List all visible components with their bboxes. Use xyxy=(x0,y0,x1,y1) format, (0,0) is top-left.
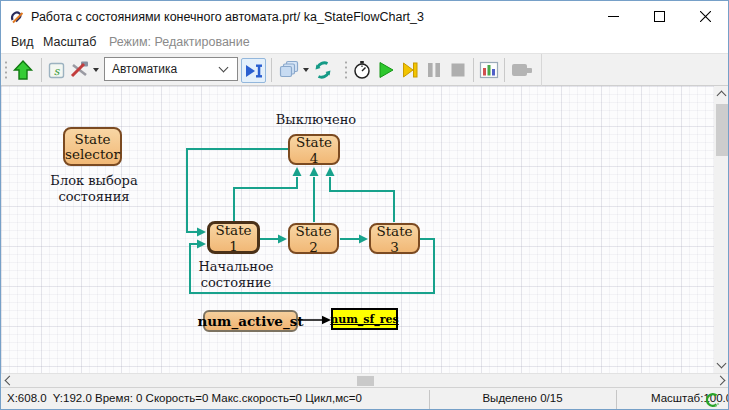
menu-scale[interactable]: Масштаб xyxy=(43,35,96,49)
stopwatch-icon xyxy=(352,60,372,80)
tools-button[interactable] xyxy=(67,58,91,82)
bar-chart-icon xyxy=(479,60,499,80)
label-off-state[interactable]: Выключено xyxy=(271,112,361,128)
close-button[interactable] xyxy=(685,1,725,31)
report-button[interactable] xyxy=(509,59,535,81)
status-bar: X:608.0 Y:192.0 Время: 0 Скорость=0 Макс… xyxy=(1,387,729,410)
tools-icon xyxy=(68,59,90,81)
close-icon xyxy=(700,11,711,22)
maximize-button[interactable] xyxy=(639,1,679,31)
pause-icon xyxy=(424,60,444,80)
layers-icon xyxy=(278,59,300,81)
toolbar-grip[interactable] xyxy=(4,60,8,80)
toolbar-grip[interactable] xyxy=(344,60,348,80)
label-selector-caption[interactable]: Блок выбора состояния xyxy=(45,173,143,205)
num-sf-res-label: num_sf_res xyxy=(330,313,399,326)
play-to-bar-icon xyxy=(244,61,264,81)
block-num-sf-res[interactable]: num_sf_res xyxy=(331,308,398,330)
step-forward-icon xyxy=(400,60,420,80)
run-button[interactable] xyxy=(375,59,397,81)
block-state2[interactable]: State 2 xyxy=(288,223,339,254)
state4-label: State 4 xyxy=(290,134,338,166)
toolbar-separator xyxy=(473,58,474,82)
chevron-down-icon xyxy=(219,63,229,73)
minimize-button[interactable] xyxy=(593,1,633,31)
up-arrow-icon xyxy=(12,59,34,81)
app-window: Работа с состояниями конечного автомата.… xyxy=(0,0,729,410)
scroll-down-icon[interactable] xyxy=(717,359,727,369)
mode-combobox[interactable]: Автоматика xyxy=(104,57,238,81)
scroll-left-icon[interactable] xyxy=(5,376,15,386)
block-state3[interactable]: State 3 xyxy=(369,223,420,254)
toolbar-separator xyxy=(41,58,42,82)
menu-bar: Вид Масштаб Режим: Редактирование xyxy=(1,33,728,53)
connection-status-icon xyxy=(704,392,720,408)
toolbar-separator xyxy=(271,58,272,82)
state1-label: State 1 xyxy=(210,222,257,254)
tools-dropdown-arrow[interactable] xyxy=(93,68,99,72)
toolbar: s Автоматика xyxy=(1,53,728,86)
state2-label: State 2 xyxy=(290,223,337,255)
timer-button[interactable] xyxy=(351,59,373,81)
scroll-up-icon[interactable] xyxy=(717,91,727,101)
scroll-right-icon[interactable] xyxy=(716,376,726,386)
maximize-icon xyxy=(654,11,665,22)
pause-button[interactable] xyxy=(423,59,445,81)
state3-label: State 3 xyxy=(371,223,418,255)
report-icon xyxy=(510,60,534,80)
layers-dropdown-arrow[interactable] xyxy=(303,68,309,72)
num-active-st-label: num_active_st xyxy=(197,313,303,329)
menu-view[interactable]: Вид xyxy=(11,35,34,49)
sync-button[interactable] xyxy=(312,59,334,81)
app-logo-icon xyxy=(9,9,26,26)
title-bar: Работа с состояниями конечного автомата.… xyxy=(1,1,728,33)
block-state1[interactable]: State 1 xyxy=(207,221,260,254)
toolbar-separator xyxy=(504,58,505,82)
script-button[interactable]: s xyxy=(45,59,67,81)
block-state-selector-label: State selector xyxy=(65,132,120,162)
sync-icon xyxy=(313,60,333,80)
step-button[interactable] xyxy=(399,59,421,81)
play-icon xyxy=(376,60,396,80)
status-separator xyxy=(616,390,617,409)
layers-button[interactable] xyxy=(277,58,301,82)
block-num-active-st[interactable]: num_active_st xyxy=(203,310,298,332)
run-to-marker-button[interactable] xyxy=(241,58,266,83)
status-selected: Выделено 0/15 xyxy=(429,392,616,404)
charts-button[interactable] xyxy=(478,59,500,81)
toolbar-edge xyxy=(541,54,542,86)
block-state-selector[interactable]: State selector xyxy=(63,127,122,166)
navigate-up-button[interactable] xyxy=(11,58,35,82)
horizontal-scrollbar[interactable] xyxy=(1,373,729,387)
menu-mode-indicator[interactable]: Режим: Редактирование xyxy=(109,35,250,49)
status-metrics: X:608.0 Y:192.0 Время: 0 Скорость=0 Макс… xyxy=(7,392,362,404)
block-state4[interactable]: State 4 xyxy=(288,134,340,165)
mode-combobox-value: Автоматика xyxy=(105,62,220,76)
minimize-icon xyxy=(608,11,619,22)
stop-button[interactable] xyxy=(447,59,469,81)
vertical-scrollbar[interactable] xyxy=(714,86,729,373)
label-initial-state[interactable]: Начальное состояние xyxy=(197,259,275,291)
horizontal-scroll-thumb[interactable] xyxy=(357,376,374,386)
vertical-scroll-thumb[interactable] xyxy=(716,104,728,156)
stop-icon xyxy=(448,60,468,80)
script-icon: s xyxy=(47,61,66,80)
window-title: Работа с состояниями конечного автомата.… xyxy=(31,10,424,24)
